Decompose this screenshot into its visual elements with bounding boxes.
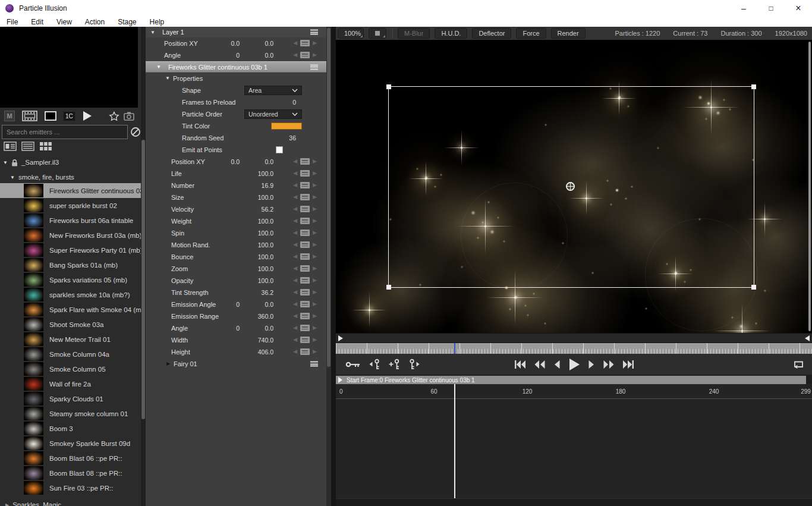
camera-icon[interactable] — [124, 112, 134, 121]
timeline-playhead[interactable] — [454, 384, 455, 498]
film-icon[interactable] — [22, 111, 37, 121]
motion-blur-toggle[interactable]: M — [4, 111, 15, 121]
hamburger-menu-icon[interactable] — [310, 362, 318, 367]
keyframe-box-icon[interactable] — [300, 253, 310, 260]
hamburger-menu-icon[interactable] — [310, 64, 318, 70]
expand-triangle-icon[interactable]: ▶ — [5, 502, 9, 506]
param-value-2[interactable]: 16.9 — [243, 182, 273, 189]
keyframe-box-icon[interactable] — [300, 325, 310, 331]
next-keyframe-arrow-icon[interactable]: ▶ — [313, 337, 317, 342]
timeline-track-header[interactable]: Start Frame:0 Fireworks Glitter continuo… — [336, 376, 806, 384]
emitter-list-item[interactable]: Bang Sparks 01a (mb) — [0, 257, 141, 272]
preview-background-swatch[interactable] — [45, 111, 56, 121]
keyframe-box-icon[interactable] — [300, 194, 310, 200]
maximize-button[interactable]: □ — [757, 0, 785, 17]
range-start-marker[interactable] — [338, 335, 343, 341]
properties-scrollbar[interactable] — [326, 27, 331, 506]
next-keyframe-arrow-icon[interactable]: ▶ — [313, 52, 317, 58]
close-button[interactable]: × — [785, 0, 812, 17]
library-scrollbar[interactable] — [141, 27, 146, 506]
layer-header[interactable]: ▼ Layer 1 — [146, 27, 326, 37]
preview-frame-badge[interactable]: 1C — [64, 112, 75, 121]
keyframe-box-icon[interactable] — [300, 40, 310, 46]
step-back-button[interactable] — [553, 360, 561, 369]
stage-scrollbar[interactable] — [808, 42, 811, 331]
param-value-2[interactable]: 740.0 — [243, 337, 273, 344]
emitter-list-item[interactable]: Sparks variations 05 (mb) — [0, 272, 141, 287]
next-keyframe-arrow-icon[interactable]: ▶ — [313, 171, 317, 176]
param-value-2[interactable]: 0.0 — [243, 325, 273, 332]
next-keyframe-arrow-icon[interactable]: ▶ — [313, 278, 317, 283]
param-value-2[interactable]: 0.0 — [243, 158, 273, 165]
param-value-2[interactable]: 100.0 — [243, 253, 273, 260]
star-icon[interactable] — [109, 111, 119, 121]
prev-keyframe-arrow-icon[interactable]: ◀ — [293, 40, 297, 46]
emitter-list-item[interactable]: Fireworks Glitter continuous 03b — [0, 183, 141, 198]
param-value-2[interactable]: 360.0 — [243, 313, 273, 320]
prev-keyframe-arrow-icon[interactable]: ◀ — [293, 278, 297, 283]
emitter-list-item[interactable]: Smoke Column 05 — [0, 362, 141, 376]
next-keyframe-arrow-icon[interactable]: ▶ — [313, 242, 317, 247]
param-value-2[interactable]: 100.0 — [243, 170, 273, 177]
resize-handle-bottom-left[interactable] — [386, 285, 391, 290]
library-next-group-row[interactable]: ▶ Sparkles, Magic — [0, 499, 141, 506]
prev-keyframe-arrow-icon[interactable]: ◀ — [293, 52, 297, 58]
emitter-list-item[interactable]: Steamy smoke column 01 — [0, 406, 141, 421]
collapse-triangle-icon[interactable]: ▼ — [150, 30, 155, 35]
param-value-1[interactable]: 0.0 — [209, 40, 240, 47]
list-view-icon[interactable] — [21, 142, 34, 151]
keyframe-box-icon[interactable] — [300, 313, 310, 319]
param-value-2[interactable]: 0.0 — [243, 40, 273, 47]
param-value-2[interactable]: 36.2 — [243, 289, 273, 296]
prev-keyframe-arrow-icon[interactable]: ◀ — [293, 218, 297, 224]
next-keyframe-arrow-icon[interactable]: ▶ — [313, 290, 317, 295]
keyframe-box-icon[interactable] — [300, 337, 310, 343]
menu-item[interactable]: Action — [78, 18, 111, 26]
play-button[interactable] — [568, 358, 580, 371]
prev-keyframe-arrow-icon[interactable]: ◀ — [293, 194, 297, 200]
collapse-triangle-icon[interactable]: ▼ — [3, 160, 8, 165]
next-keyframe-arrow-icon[interactable]: ▶ — [313, 206, 317, 212]
child-emitter-row[interactable]: ▶ Fairy 01 — [146, 358, 326, 370]
particle-order-dropdown[interactable]: Unordered — [244, 109, 302, 119]
emitter-position-handle[interactable] — [566, 182, 575, 191]
keyframe-box-icon[interactable] — [300, 182, 310, 188]
keyframe-box-icon[interactable] — [300, 301, 310, 307]
keyframe-box-icon[interactable] — [300, 206, 310, 212]
menu-item[interactable]: View — [50, 18, 78, 26]
menu-item[interactable]: File — [0, 18, 24, 26]
prev-keyframe-arrow-icon[interactable]: ◀ — [293, 206, 297, 212]
keyframe-box-icon[interactable] — [300, 158, 310, 165]
emitter-list-item[interactable]: Boom Blast 06 ::pe PR:: — [0, 451, 141, 466]
stage-toolbar-button[interactable]: Deflector — [472, 28, 511, 39]
emitter-list-item[interactable]: super sparkle burst 02 — [0, 198, 141, 213]
keyframe-box-icon[interactable] — [300, 230, 310, 236]
emitter-list-item[interactable]: Sparky Clouds 01 — [0, 391, 141, 406]
emitter-list-item[interactable]: Spark Flare with Smoke 04 (mb) — [0, 302, 141, 317]
emitter-list-item[interactable]: Boom Blast 08 ::pe PR:: — [0, 466, 141, 480]
prev-keyframe-arrow-icon[interactable]: ◀ — [293, 254, 297, 259]
emitter-list-item[interactable]: Sun Fire 03 ::pe PR:: — [0, 480, 141, 495]
playback-range-bar[interactable] — [336, 333, 812, 343]
keyframe-box-icon[interactable] — [300, 218, 310, 224]
prev-keyframe-arrow-icon[interactable]: ◀ — [293, 325, 297, 331]
tint-color-swatch[interactable] — [271, 122, 302, 130]
step-forward-button[interactable] — [588, 360, 595, 369]
next-keyframe-arrow-icon[interactable]: ▶ — [313, 254, 317, 259]
emitter-list-item[interactable]: New Fireworks Burst 03a (mb) — [0, 228, 141, 243]
emit-at-points-checkbox[interactable] — [276, 146, 283, 153]
next-keyframe-arrow-icon[interactable]: ▶ — [313, 218, 317, 224]
stage-color-dropdown[interactable] — [369, 28, 386, 39]
prev-keyframe-button[interactable] — [369, 359, 380, 370]
add-keyframe-button[interactable] — [389, 359, 400, 370]
library-root-row[interactable]: ▼ _Sampler.il3 — [0, 157, 141, 168]
emitter-list-item[interactable]: sparkles smoke 10a (mb?) — [0, 287, 141, 302]
collapse-triangle-icon[interactable]: ▼ — [10, 175, 15, 180]
keyframe-box-icon[interactable] — [300, 277, 310, 284]
shape-dropdown[interactable]: Area — [244, 86, 302, 95]
fast-rewind-button[interactable] — [534, 360, 546, 369]
next-keyframe-arrow-icon[interactable]: ▶ — [313, 194, 317, 200]
go-to-start-button[interactable] — [514, 360, 526, 369]
param-value-1[interactable]: 0.0 — [209, 158, 240, 165]
next-keyframe-arrow-icon[interactable]: ▶ — [313, 159, 317, 164]
